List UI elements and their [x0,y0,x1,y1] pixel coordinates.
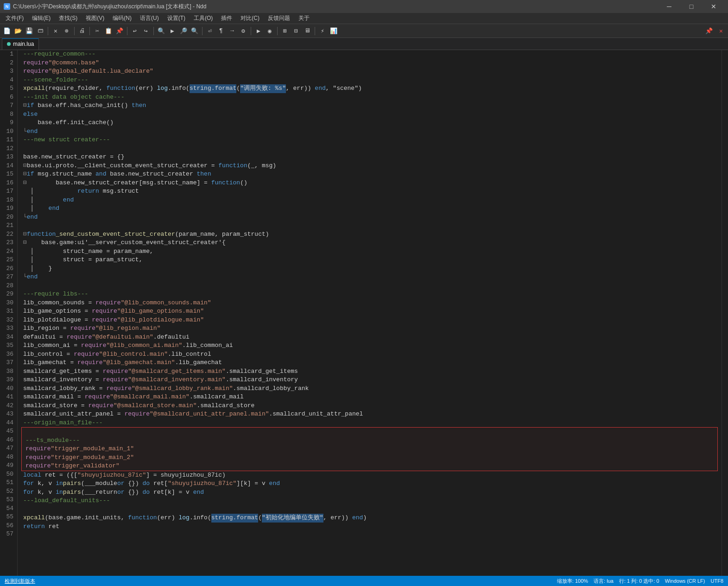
code-line: for k, v in pairs(___module or {}) do re… [21,479,718,488]
tb-close2[interactable]: ✕ [716,26,726,36]
code-line: │ return msg.struct [21,187,718,196]
code-line: xpcall(base.game.init_units, function(er… [21,514,718,523]
tb-extra2[interactable]: 📊 [329,26,339,36]
tb-print[interactable]: 🖨 [77,26,87,36]
sep4 [127,27,127,35]
tb-cut[interactable]: ✂ [92,26,102,36]
code-content[interactable]: ---require_common---require"@common.base… [18,50,722,576]
status-bar: 检测到新版本 缩放率: 100% 语言: lua 行: 1 列: 0 选中: 0… [0,576,728,586]
tb-showsymbols[interactable]: ¶ [216,26,226,36]
code-line: ⊟base.ui.proto.__client_custom_event_str… [21,162,718,170]
tb-undo[interactable]: ↩ [130,26,140,36]
line-number: 52 [2,487,13,496]
minimize-button[interactable]: ─ [658,0,680,13]
line-number: 6 [2,93,13,102]
tb-extra1[interactable]: ⚡ [317,26,328,36]
tb-zoomout[interactable]: 🔍 [190,26,200,36]
tb-paste[interactable]: 📌 [114,26,125,36]
close-button[interactable]: ✕ [703,0,724,13]
code-line: └end [21,127,718,136]
tb-closeall[interactable]: ⊗ [62,26,72,36]
menu-plugins[interactable]: 插件 [217,13,236,23]
tb-macro[interactable]: ⚙ [238,26,248,36]
menu-file[interactable]: 文件(F) [2,13,27,23]
code-line: smallcard_unit_attr_panel = require"@sma… [21,410,718,419]
tb-macro2[interactable]: ◉ [265,26,275,36]
code-line [21,505,718,514]
sep2 [74,27,75,35]
code-line: ---require libs--- [21,290,718,299]
code-line: └end [21,213,718,222]
menu-about[interactable]: 关于 [295,13,313,23]
editor-container: 1234567891011121314151617181920212223242… [0,50,728,576]
sep9 [315,27,315,35]
tb-wordwrap[interactable]: ⏎ [205,26,215,36]
tb-save[interactable]: 💾 [24,26,34,36]
line-number: 49 [2,461,13,470]
tb-pin[interactable]: 📌 [704,26,714,36]
code-line: │ end [21,196,718,205]
toolbar-pin-area: 📌 ✕ [704,26,726,36]
line-number: 44 [2,419,13,428]
line-number: 16 [2,179,13,188]
code-line: xpcall(require_folder, function(err) log… [21,84,718,93]
line-number: 4 [2,76,13,85]
tb-run[interactable]: ▶ [253,26,264,36]
status-eol: Windows (CR LF) [665,578,705,584]
menu-encode[interactable]: 编码(N) [109,13,135,23]
tb-close[interactable]: ✕ [51,26,61,36]
menu-edit[interactable]: 编辑(E) [28,13,54,23]
line-number: 33 [2,324,13,333]
menu-lang[interactable]: 语言(U) [136,13,163,23]
tb-findnext[interactable]: ▶ [167,26,177,36]
code-line: require "trigger_validator" [24,462,715,471]
line-number: 36 [2,350,13,359]
minimap[interactable] [722,50,728,576]
line-numbers: 1234567891011121314151617181920212223242… [0,50,18,576]
menu-view[interactable]: 视图(V) [82,13,108,23]
menu-settings[interactable]: 设置(T) [164,13,189,23]
code-line: return ret [21,523,718,531]
tb-saveall[interactable]: 🗃 [35,26,45,36]
title-bar: N C:\Users\小宇\Desktop\成都九州\shuyujiuzhou\… [0,0,728,13]
title-text: C:\Users\小宇\Desktop\成都九州\shuyujiuzhou\sc… [13,3,206,11]
line-number: 19 [2,204,13,213]
tb-monitor[interactable]: 🖥 [302,26,312,36]
tb-split[interactable]: ⊟ [291,26,301,36]
code-line: else [21,110,718,119]
code-line: lib_game_options = require"@lib_game_opt… [21,307,718,316]
tb-redo[interactable]: ↪ [141,26,151,36]
line-number: 56 [2,522,13,530]
line-number: 45 [2,427,13,436]
sep7 [251,27,251,35]
tb-find[interactable]: 🔍 [156,26,166,36]
line-number: 32 [2,316,13,325]
tb-grid[interactable]: ⊞ [280,26,290,36]
code-line: smallcard_get_items = require"@smallcard… [21,367,718,376]
status-update[interactable]: 检测到新版本 [5,578,35,585]
tab-mainlua[interactable]: main.lua [2,38,39,50]
tb-copy[interactable]: 📋 [103,26,114,36]
tb-new[interactable]: 📄 [2,26,12,36]
menu-feedback[interactable]: 反馈问题 [264,13,294,23]
line-number: 20 [2,213,13,222]
line-number: 25 [2,256,13,265]
line-number: 13 [2,153,13,162]
line-number: 5 [2,84,13,93]
line-number: 17 [2,187,13,196]
line-number: 39 [2,376,13,384]
menu-tools[interactable]: 工具(O) [190,13,216,23]
line-number: 18 [2,196,13,205]
tb-indent[interactable]: → [227,26,237,36]
tb-zoomin[interactable]: 🔎 [178,26,189,36]
menu-bar: 文件(F) 编辑(E) 查找(S) 视图(V) 编码(N) 语言(U) 设置(T… [0,13,728,24]
menu-compare[interactable]: 对比(C) [237,13,263,23]
line-number: 28 [2,282,13,290]
code-line: ⊟ base.new_struct_creater[msg.struct_nam… [21,179,718,188]
line-number: 11 [2,136,13,145]
tb-open[interactable]: 📂 [13,26,23,36]
line-number: 15 [2,170,13,179]
sep6 [202,27,203,35]
menu-search[interactable]: 查找(S) [55,13,81,23]
maximize-button[interactable]: □ [681,0,702,13]
